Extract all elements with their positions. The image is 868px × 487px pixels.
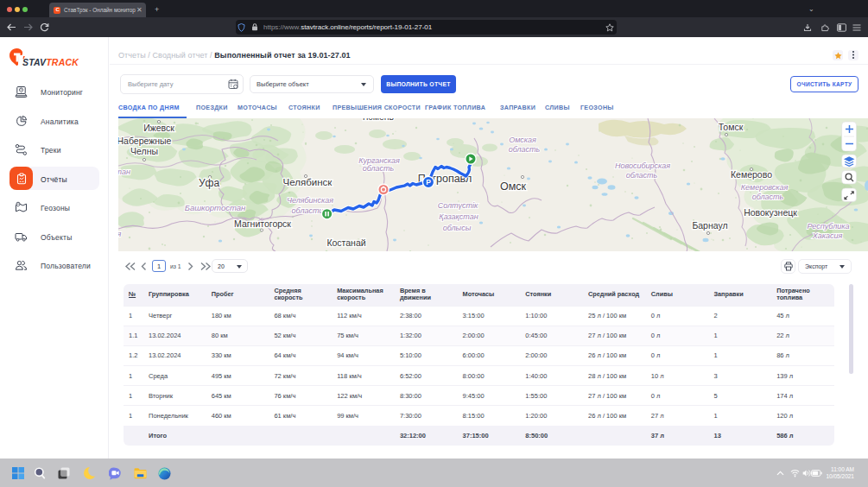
svg-text:P: P bbox=[426, 178, 431, 187]
svg-text:область: область bbox=[752, 193, 784, 201]
svg-text:Хакасия: Хакасия bbox=[812, 231, 843, 240]
svg-text:Кемерово: Кемерово bbox=[731, 169, 772, 180]
svg-text:я: я bbox=[118, 230, 122, 238]
svg-text:облысы: облысы bbox=[443, 224, 472, 232]
svg-text:область: область bbox=[626, 171, 658, 180]
svg-text:Республика: Республика bbox=[807, 222, 849, 231]
svg-text:Новосибирская: Новосибирская bbox=[615, 161, 670, 170]
svg-text:Башкортостан: Башкортостан bbox=[185, 203, 246, 212]
svg-text:Қазақстан: Қазақстан bbox=[439, 212, 478, 221]
svg-text:области: области bbox=[292, 206, 324, 215]
svg-text:Ижевск: Ижевск bbox=[143, 123, 174, 133]
svg-text:Новокузнецк: Новокузнецк bbox=[744, 207, 797, 218]
svg-text:стан: стан bbox=[118, 168, 130, 176]
svg-text:Магнитогорск: Магнитогорск bbox=[234, 218, 291, 229]
svg-text:область: область bbox=[363, 164, 395, 173]
svg-text:Костанай: Костанай bbox=[326, 237, 365, 248]
svg-text:Томск: Томск bbox=[719, 122, 744, 132]
svg-text:Челны: Челны bbox=[130, 146, 158, 156]
svg-text:Солтүстік: Солтүстік bbox=[438, 201, 478, 210]
svg-text:Омская: Омская bbox=[509, 136, 536, 144]
svg-text:Челябинск: Челябинск bbox=[283, 177, 333, 187]
svg-text:Тюмень: Тюмень bbox=[361, 118, 395, 122]
svg-text:область: область bbox=[509, 145, 541, 154]
svg-text:Челябинская: Челябинская bbox=[287, 196, 333, 205]
svg-text:Кемеровская: Кемеровская bbox=[741, 183, 789, 192]
svg-text:Омск: Омск bbox=[500, 180, 527, 193]
svg-text:Уфа: Уфа bbox=[199, 177, 219, 189]
svg-text:Барнаул: Барнаул bbox=[692, 220, 727, 231]
svg-text:Набережные: Набережные bbox=[118, 136, 172, 146]
